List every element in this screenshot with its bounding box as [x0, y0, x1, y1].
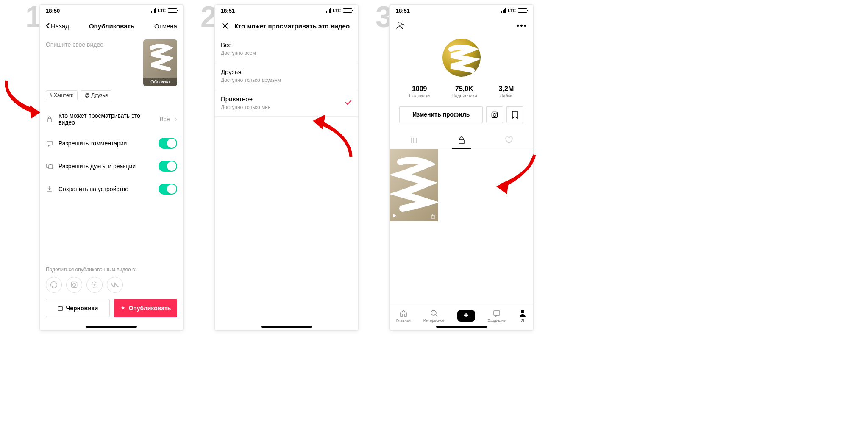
profile-avatar[interactable] — [442, 39, 481, 77]
friends-button[interactable]: @ Друзья — [81, 90, 111, 100]
video-grid — [390, 149, 533, 221]
svg-rect-15 — [431, 216, 435, 218]
vk-icon[interactable] — [107, 277, 123, 293]
publish-label: Опубликовать — [128, 305, 171, 312]
svg-rect-1 — [47, 141, 52, 145]
stat-likes[interactable]: 3,2M Лайки — [499, 85, 514, 98]
nav-inbox[interactable]: Входящие — [487, 309, 506, 323]
thumbnail-label: Обложка — [143, 78, 177, 86]
signal-icon — [151, 8, 156, 13]
stat-following[interactable]: 1009 Подписки — [409, 85, 430, 98]
status-bar: 18:50 LTE — [40, 5, 183, 17]
stat-num: 3,2M — [499, 85, 514, 93]
close-button[interactable] — [221, 22, 229, 30]
profile-tabs — [390, 132, 533, 149]
option-title: Приватное — [221, 95, 345, 103]
svg-point-13 — [496, 113, 497, 114]
option-title: Все — [221, 41, 352, 48]
video-thumbnail[interactable] — [390, 149, 438, 221]
bookmark-button[interactable] — [506, 106, 523, 123]
more-button[interactable]: ••• — [517, 21, 527, 30]
comments-label: Разрешить комментарии — [58, 140, 153, 147]
instagram-icon[interactable] — [66, 277, 82, 293]
check-icon — [345, 98, 352, 107]
lte-label: LTE — [333, 8, 341, 13]
nav-label: Главная — [396, 318, 411, 323]
lock-icon — [46, 115, 53, 123]
tab-feed[interactable] — [390, 132, 438, 149]
lte-label: LTE — [158, 8, 166, 13]
video-thumbnail[interactable]: Обложка — [143, 39, 177, 86]
tab-private[interactable] — [437, 132, 485, 149]
svg-point-10 — [398, 22, 401, 25]
svg-rect-0 — [47, 119, 52, 122]
drafts-label: Черновики — [66, 305, 98, 312]
nav-profile[interactable]: Я — [518, 309, 527, 323]
stat-label: Подписчики — [451, 93, 477, 98]
duet-icon — [46, 162, 53, 170]
home-indicator[interactable] — [86, 326, 137, 328]
comment-icon — [46, 139, 53, 147]
profile-stats: 1009 Подписки 75,0K Подписчики 3,2M Лайк… — [390, 81, 533, 102]
svg-point-6 — [73, 284, 76, 287]
nav-create[interactable]: + — [457, 310, 475, 322]
add-friends-button[interactable] — [396, 21, 405, 30]
save-label: Сохранить на устройство — [58, 186, 153, 192]
drafts-button[interactable]: Черновики — [46, 299, 110, 317]
option-private[interactable]: Приватное Доступно только мне — [215, 89, 358, 117]
signal-icon — [326, 8, 331, 13]
bottom-nav: Главная Интересное + Входящие Я — [390, 305, 533, 326]
lock-icon — [431, 214, 435, 220]
whatsapp-icon[interactable] — [46, 277, 62, 293]
save-toggle[interactable] — [159, 184, 177, 195]
nav-bar: Кто может просматривать это видео — [215, 17, 358, 35]
comments-row: Разрешить комментарии — [46, 132, 177, 155]
cancel-button[interactable]: Отмена — [154, 22, 177, 30]
hashtag-button[interactable]: # Хэштеги — [46, 90, 78, 100]
privacy-row[interactable]: Кто может просматривать это видео Все › — [46, 106, 177, 132]
stat-label: Лайки — [499, 93, 514, 98]
home-indicator[interactable] — [261, 326, 312, 328]
option-sub: Доступно всем — [221, 50, 352, 56]
nav-home[interactable]: Главная — [396, 309, 411, 323]
tab-liked[interactable] — [485, 132, 533, 149]
phone-screen-1: 18:50 LTE Назад Опубликовать Отмена Опиш… — [39, 4, 184, 331]
status-time: 18:50 — [46, 8, 60, 14]
nav-label: Интересное — [423, 318, 445, 323]
svg-point-18 — [521, 310, 524, 313]
option-all[interactable]: Все Доступно всем — [215, 35, 358, 62]
home-indicator[interactable] — [436, 326, 487, 328]
nav-bar: Назад Опубликовать Отмена — [40, 17, 183, 35]
share-label: Поделиться опубликованным видео в: — [46, 262, 177, 277]
battery-icon — [343, 8, 352, 13]
nav-discover[interactable]: Интересное — [423, 309, 445, 323]
publish-button[interactable]: Опубликовать — [114, 299, 177, 317]
signal-icon — [501, 8, 506, 13]
option-friends[interactable]: Друзья Доступно только друзьям — [215, 62, 358, 89]
phone-screen-3: 18:51 LTE ••• 1009 Подписки 75,0K Подпис… — [389, 4, 534, 331]
status-bar: 18:51 LTE — [390, 5, 533, 17]
nav-title: Опубликовать — [69, 22, 154, 30]
svg-point-16 — [431, 310, 436, 315]
chevron-right-icon: › — [175, 115, 177, 123]
stat-followers[interactable]: 75,0K Подписчики — [451, 85, 477, 98]
svg-point-7 — [75, 283, 76, 284]
description-input[interactable]: Опишите свое видео — [46, 39, 139, 86]
stat-label: Подписки — [409, 93, 430, 98]
svg-point-12 — [493, 114, 496, 117]
nav-label: Я — [521, 318, 524, 323]
stat-num: 75,0K — [451, 85, 477, 93]
edit-profile-button[interactable]: Изменить профиль — [399, 106, 483, 123]
battery-icon — [168, 8, 177, 13]
status-bar: 18:51 LTE — [215, 5, 358, 17]
status-time: 18:51 — [221, 8, 235, 14]
save-row: Сохранить на устройство — [46, 178, 177, 200]
instagram-link-button[interactable] — [486, 106, 503, 123]
back-button[interactable]: Назад — [46, 22, 69, 30]
svg-rect-14 — [459, 140, 464, 144]
option-sub: Доступно только мне — [221, 104, 345, 110]
comments-toggle[interactable] — [159, 138, 177, 149]
duets-toggle[interactable] — [159, 161, 177, 172]
lte-label: LTE — [508, 8, 516, 13]
story-icon[interactable] — [86, 277, 103, 293]
